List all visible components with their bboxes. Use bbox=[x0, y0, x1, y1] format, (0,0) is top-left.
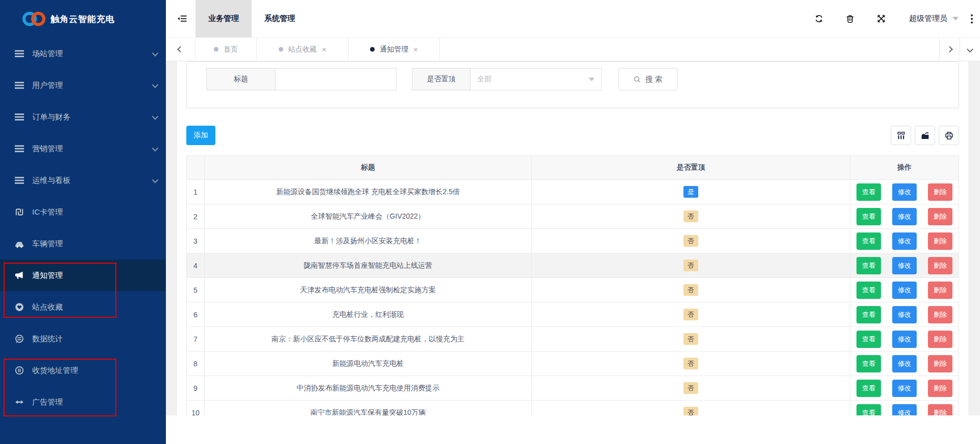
view-button[interactable]: 查看 bbox=[856, 404, 881, 416]
pinned-select[interactable]: 全部 bbox=[470, 68, 602, 90]
chevron-down-icon bbox=[152, 145, 159, 151]
print-icon bbox=[945, 131, 953, 140]
delete-button[interactable]: 删除 bbox=[928, 380, 952, 397]
view-button[interactable]: 查看 bbox=[856, 257, 881, 274]
edit-button[interactable]: 修改 bbox=[892, 306, 917, 323]
more-options-button[interactable] bbox=[971, 14, 973, 24]
pinned-badge: 否 bbox=[683, 358, 698, 369]
delete-button[interactable]: 删除 bbox=[928, 183, 952, 201]
app-title: 触角云智能充电 bbox=[51, 13, 115, 25]
sidebar-item-data-statistics[interactable]: 数据统计 bbox=[0, 323, 166, 355]
refresh-icon bbox=[815, 14, 823, 23]
bars-icon bbox=[15, 49, 25, 58]
close-icon[interactable]: × bbox=[322, 45, 327, 54]
logo-ring-orange-icon bbox=[31, 12, 45, 26]
table-row: 10 南宁市新能源汽车保有量突破10万辆 否 查看 修改 删除 bbox=[187, 401, 959, 416]
edit-button[interactable]: 修改 bbox=[892, 183, 917, 201]
columns-setting-button[interactable] bbox=[891, 126, 911, 145]
view-button[interactable]: 查看 bbox=[856, 331, 881, 348]
tabs-scroll-right-button[interactable] bbox=[939, 38, 960, 61]
sidebar-item-order-finance[interactable]: 订单与财务 bbox=[0, 101, 166, 133]
tabs-scroll-left-button[interactable] bbox=[166, 38, 195, 61]
edit-button[interactable]: 修改 bbox=[892, 404, 917, 416]
edit-button[interactable]: 修改 bbox=[892, 331, 917, 348]
tab-home[interactable]: 首页 bbox=[195, 38, 256, 61]
car-icon bbox=[15, 239, 25, 248]
close-icon[interactable]: × bbox=[413, 45, 418, 54]
search-button[interactable]: 搜 索 bbox=[618, 68, 678, 90]
table-row: 3 最新！涉及扬州小区安装充电桩！ 否 查看 修改 删除 bbox=[187, 229, 959, 253]
edit-button[interactable]: 修改 bbox=[892, 257, 917, 274]
print-button[interactable] bbox=[939, 126, 959, 145]
app-logo: 触角云智能充电 bbox=[0, 0, 166, 38]
pinned-badge: 否 bbox=[683, 235, 698, 247]
page-tabbar: 首页 站点收藏 × 通知管理 × bbox=[166, 38, 980, 61]
col-header-index bbox=[187, 156, 205, 180]
view-button[interactable]: 查看 bbox=[856, 183, 881, 201]
delete-button[interactable]: 删除 bbox=[928, 306, 952, 323]
export-button[interactable] bbox=[915, 126, 935, 145]
view-button[interactable]: 查看 bbox=[856, 380, 881, 397]
delete-button[interactable]: 删除 bbox=[928, 355, 952, 372]
sidebar-item-notice-management[interactable]: 通知管理 bbox=[0, 260, 166, 291]
sidebar-nav: 场站管理 用户管理 订单与财务 营销管理 运维与看板 IC卡管理 车辆管理 通知… bbox=[0, 38, 166, 418]
edit-button[interactable]: 修改 bbox=[892, 232, 917, 250]
view-button[interactable]: 查看 bbox=[856, 355, 881, 372]
header-menu-tabs: 业务管理 系统管理 bbox=[195, 0, 308, 37]
delete-button[interactable]: 删除 bbox=[928, 282, 952, 299]
menu-tab-business[interactable]: 业务管理 bbox=[195, 0, 252, 37]
collapse-sidebar-button[interactable] bbox=[177, 14, 187, 23]
sidebar-item-site-favorite[interactable]: 站点收藏 bbox=[0, 291, 166, 323]
fullscreen-button[interactable] bbox=[877, 14, 886, 23]
row-index: 9 bbox=[187, 376, 205, 401]
row-title: 新能源设备国货继续领跑全球 充电桩全球买家数增长2.5倍 bbox=[205, 180, 532, 204]
edit-button[interactable]: 修改 bbox=[892, 208, 917, 225]
edit-button[interactable]: 修改 bbox=[892, 380, 917, 397]
toolbar-icons bbox=[891, 126, 959, 145]
menu-tab-system[interactable]: 系统管理 bbox=[252, 0, 308, 37]
table-row: 7 南京：新小区应不低于停车位数两成配建充电桩，以慢充为主 否 查看 修改 删除 bbox=[187, 327, 959, 352]
sidebar-item-shipping-address[interactable]: 收货地址管理 bbox=[0, 355, 166, 386]
row-index: 4 bbox=[187, 253, 205, 278]
sidebar-item-ops-dashboard[interactable]: 运维与看板 bbox=[0, 165, 166, 196]
tab-site-favorite[interactable]: 站点收藏 × bbox=[256, 38, 348, 61]
title-filter-label: 标题 bbox=[206, 68, 275, 90]
stats-icon bbox=[15, 334, 25, 343]
tabs-dropdown-button[interactable] bbox=[960, 38, 980, 61]
sidebar-item-ad-management[interactable]: 广告管理 bbox=[0, 386, 166, 418]
sidebar-item-ic-card[interactable]: IC卡管理 bbox=[0, 196, 166, 228]
edit-button[interactable]: 修改 bbox=[892, 355, 917, 372]
menu-fold-icon bbox=[177, 14, 187, 23]
delete-button[interactable]: 删除 bbox=[928, 232, 952, 250]
title-input[interactable] bbox=[275, 68, 397, 90]
pinned-filter-label: 是否置顶 bbox=[412, 68, 470, 90]
sidebar-item-user-management[interactable]: 用户管理 bbox=[0, 69, 166, 101]
notice-page: 标题 是否置顶 全部 搜 索 添加 bbox=[177, 61, 968, 415]
megaphone-icon bbox=[15, 271, 25, 280]
trash-button[interactable] bbox=[846, 14, 854, 23]
view-button[interactable]: 查看 bbox=[856, 208, 881, 225]
row-index: 2 bbox=[187, 204, 205, 229]
delete-button[interactable]: 删除 bbox=[928, 208, 952, 225]
right-gutter[interactable] bbox=[968, 61, 980, 415]
sidebar-item-marketing[interactable]: 营销管理 bbox=[0, 133, 166, 165]
user-menu[interactable]: 超级管理员 bbox=[909, 14, 959, 24]
delete-button[interactable]: 删除 bbox=[928, 404, 952, 416]
view-button[interactable]: 查看 bbox=[856, 232, 881, 250]
sidebar: 触角云智能充电 场站管理 用户管理 订单与财务 营销管理 运维与看板 IC卡管理… bbox=[0, 0, 166, 444]
view-button[interactable]: 查看 bbox=[856, 306, 881, 323]
content-viewport: 标题 是否置顶 全部 搜 索 添加 bbox=[166, 61, 980, 415]
search-button-label: 搜 索 bbox=[645, 75, 663, 84]
tabbar-right bbox=[939, 38, 980, 61]
view-button[interactable]: 查看 bbox=[856, 282, 881, 299]
tab-notice[interactable]: 通知管理 × bbox=[348, 38, 440, 61]
edit-button[interactable]: 修改 bbox=[892, 282, 917, 299]
add-button[interactable]: 添加 bbox=[186, 126, 215, 145]
sidebar-item-station-management[interactable]: 场站管理 bbox=[0, 38, 166, 69]
user-name: 超级管理员 bbox=[909, 14, 947, 24]
sidebar-item-vehicle[interactable]: 车辆管理 bbox=[0, 228, 166, 260]
delete-button[interactable]: 删除 bbox=[928, 257, 952, 274]
delete-button[interactable]: 删除 bbox=[928, 331, 952, 348]
refresh-button[interactable] bbox=[815, 14, 823, 23]
arrows-h-icon bbox=[15, 398, 25, 407]
